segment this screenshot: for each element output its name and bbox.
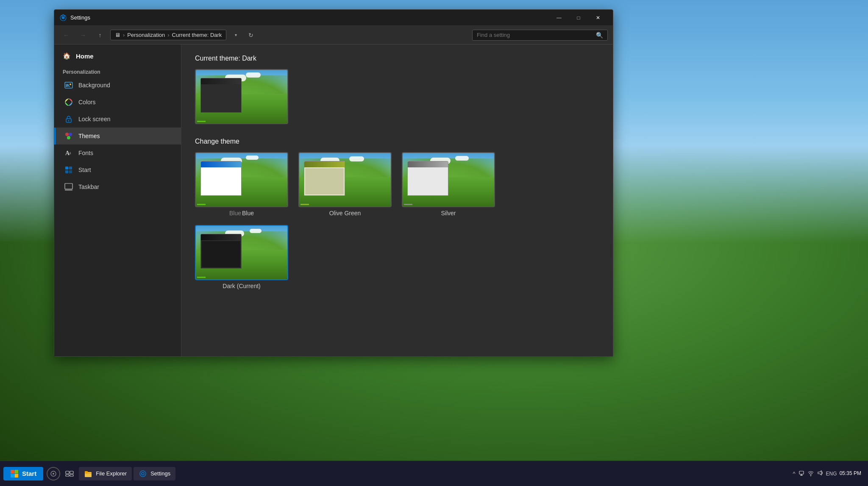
minimize-button[interactable]: — xyxy=(549,10,569,26)
taskbar: Start File Explorer xyxy=(0,461,868,486)
theme-card-dark[interactable]: Dark (Current) xyxy=(195,225,288,289)
svg-rect-28 xyxy=(70,475,73,476)
main-layout: 🏠 Home Personalization Background xyxy=(54,44,613,356)
task-view-button[interactable] xyxy=(62,468,77,480)
search-icon[interactable]: 🔍 xyxy=(596,32,603,39)
sidebar-label-taskbar: Taskbar xyxy=(78,183,99,190)
themes-grid: BlueBlue xyxy=(195,152,599,289)
sidebar-item-home[interactable]: 🏠 Home xyxy=(54,48,181,64)
svg-rect-20 xyxy=(15,470,19,474)
breadcrumb-personalization[interactable]: Personalization xyxy=(127,32,165,38)
close-button[interactable]: ✕ xyxy=(588,10,608,26)
breadcrumb-themes[interactable]: Current theme: Dark xyxy=(172,32,222,38)
settings-icon xyxy=(59,14,67,22)
svg-point-7 xyxy=(68,120,70,122)
tray-overflow-button[interactable]: ^ xyxy=(793,470,796,477)
colors-icon xyxy=(64,97,73,107)
svg-rect-22 xyxy=(15,474,19,478)
svg-point-36 xyxy=(810,475,811,476)
svg-rect-14 xyxy=(69,167,72,169)
background-icon xyxy=(64,81,73,90)
svg-rect-18 xyxy=(65,189,72,191)
start-label: Start xyxy=(22,470,36,477)
taskbar-settings-icon xyxy=(139,469,147,478)
forward-button[interactable]: → xyxy=(76,28,90,42)
network-icon[interactable] xyxy=(798,469,805,478)
back-button[interactable]: ← xyxy=(59,28,73,42)
start-icon xyxy=(64,165,73,175)
volume-icon[interactable] xyxy=(817,469,823,478)
theme-card-image-olive xyxy=(298,152,392,207)
title-bar: Settings — □ ✕ xyxy=(54,10,613,26)
svg-rect-30 xyxy=(85,471,88,473)
svg-text:a: a xyxy=(69,150,71,155)
settings-window: Settings — □ ✕ ← → ↑ 🖥 › Personalization… xyxy=(54,9,613,357)
sidebar-item-start[interactable]: Start xyxy=(54,161,181,178)
svg-rect-25 xyxy=(66,471,69,474)
sidebar-label-background: Background xyxy=(78,82,110,89)
change-theme-title: Change theme xyxy=(195,134,599,145)
sidebar-item-themes[interactable]: Themes xyxy=(54,128,181,144)
language-indicator[interactable]: ENG xyxy=(826,471,837,477)
theme-card-olive[interactable]: Olive Green xyxy=(298,152,392,217)
content-area: Current theme: Dark xyxy=(181,44,613,356)
file-explorer-label: File Explorer xyxy=(96,470,127,477)
home-icon: 🏠 xyxy=(63,52,71,60)
sidebar-item-lock-screen[interactable]: Lock screen xyxy=(54,111,181,128)
window-controls: — □ ✕ xyxy=(549,10,608,26)
windows-logo-icon xyxy=(10,469,19,478)
file-explorer-icon xyxy=(84,469,92,478)
up-button[interactable]: ↑ xyxy=(93,28,107,42)
svg-rect-21 xyxy=(11,474,14,478)
sidebar-label-start: Start xyxy=(78,167,91,173)
theme-card-label-dark: Dark (Current) xyxy=(195,283,288,289)
theme-card-image-blue xyxy=(195,152,288,207)
taskbar-apps: File Explorer Settings xyxy=(47,467,789,480)
refresh-button[interactable]: ↻ xyxy=(245,29,257,41)
svg-rect-16 xyxy=(69,170,72,173)
svg-rect-19 xyxy=(11,470,14,474)
wifi-icon[interactable] xyxy=(807,469,814,478)
theme-card-label-olive: Olive Green xyxy=(298,210,392,217)
system-tray: ^ ENG xyxy=(790,469,865,478)
fonts-icon: A a xyxy=(64,148,73,158)
taskbar-icon xyxy=(64,182,73,192)
sidebar-item-background[interactable]: Background xyxy=(54,77,181,94)
breadcrumb-dropdown-button[interactable]: ▾ xyxy=(230,29,242,41)
sidebar-item-fonts[interactable]: A a Fonts xyxy=(54,144,181,161)
cortana-button[interactable] xyxy=(47,467,60,480)
sidebar-section-title: Personalization xyxy=(54,64,181,77)
home-label: Home xyxy=(76,53,94,60)
taskbar-settings-button[interactable]: Settings xyxy=(134,467,175,480)
svg-rect-17 xyxy=(65,183,72,189)
current-theme-preview xyxy=(195,69,599,124)
svg-marker-37 xyxy=(818,471,821,475)
svg-rect-13 xyxy=(65,167,68,169)
theme-card-image-dark xyxy=(195,225,288,280)
svg-rect-26 xyxy=(70,471,73,474)
theme-card-label-silver: Silver xyxy=(402,210,495,217)
svg-rect-33 xyxy=(799,471,804,474)
sidebar-label-lock-screen: Lock screen xyxy=(78,116,110,122)
breadcrumb[interactable]: 🖥 › Personalization › Current theme: Dar… xyxy=(110,30,226,40)
task-view-icon xyxy=(65,470,74,477)
themes-icon xyxy=(64,131,73,141)
theme-card-silver[interactable]: Silver xyxy=(402,152,495,217)
lock-icon xyxy=(64,114,73,124)
theme-card-blue[interactable]: BlueBlue xyxy=(195,152,288,217)
file-explorer-button[interactable]: File Explorer xyxy=(79,467,132,480)
system-clock[interactable]: 05:35 PM xyxy=(840,470,861,477)
sidebar-item-taskbar[interactable]: Taskbar xyxy=(54,178,181,195)
svg-point-9 xyxy=(69,133,72,136)
maximize-button[interactable]: □ xyxy=(569,10,588,26)
svg-point-4 xyxy=(70,83,71,85)
svg-point-10 xyxy=(67,136,70,139)
svg-rect-15 xyxy=(65,170,68,173)
theme-card-image-silver xyxy=(402,152,495,207)
start-button[interactable]: Start xyxy=(3,467,43,480)
sidebar-item-colors[interactable]: Colors xyxy=(54,94,181,111)
nav-bar: ← → ↑ 🖥 › Personalization › Current them… xyxy=(54,26,613,44)
sidebar: 🏠 Home Personalization Background xyxy=(54,44,181,356)
sidebar-label-themes: Themes xyxy=(78,133,100,139)
search-input[interactable] xyxy=(477,32,593,38)
